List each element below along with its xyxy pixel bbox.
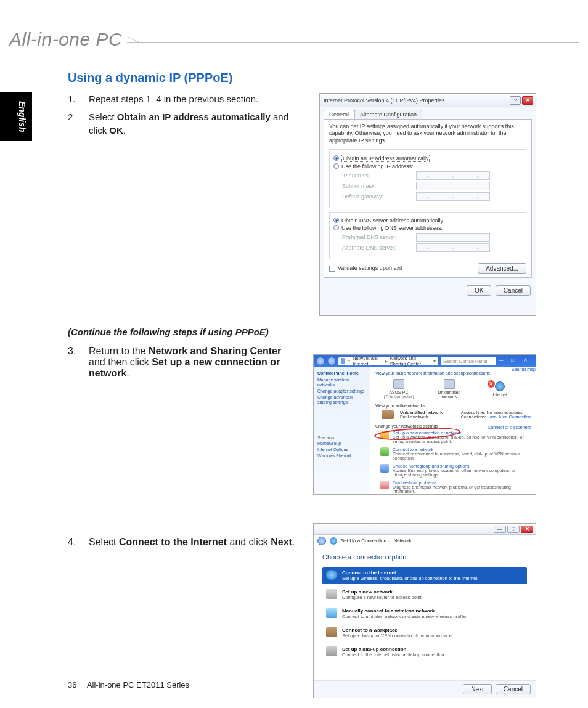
field-subnet-mask: Subnet mask:... bbox=[342, 182, 522, 190]
radio-obtain-ip-auto[interactable]: Obtain an IP address automatically bbox=[333, 155, 522, 162]
globe-icon bbox=[330, 537, 337, 545]
link-troubleshoot[interactable]: Troubleshoot problemsDiagnose and repair… bbox=[380, 481, 531, 494]
text: and click bbox=[227, 537, 271, 547]
close-icon[interactable]: ✕ bbox=[523, 357, 533, 365]
sidebar-link-homegroup[interactable]: HomeGroup bbox=[317, 441, 366, 446]
computer-icon bbox=[393, 379, 404, 389]
screenshot-ipv4-properties: Internet Protocol Version 4 (TCP/IPv4) P… bbox=[319, 93, 536, 316]
text: and then click bbox=[89, 357, 152, 367]
radio-obtain-dns-auto[interactable]: Obtain DNS server address automatically bbox=[333, 218, 522, 224]
close-icon[interactable]: ✕ bbox=[521, 526, 533, 533]
see-full-map-link[interactable]: See full map bbox=[512, 367, 536, 372]
radio-label: Use the following DNS server addresses: bbox=[341, 225, 443, 231]
maximize-icon[interactable]: □ bbox=[511, 357, 521, 365]
tab-general[interactable]: General bbox=[324, 110, 354, 119]
step-text: Repeat steps 1–4 in the previous section… bbox=[89, 92, 296, 107]
no-connection-icon: ✕ bbox=[488, 380, 495, 388]
radio-icon bbox=[333, 225, 339, 230]
connect-disconnect-link[interactable]: Connect or disconnect bbox=[488, 425, 531, 429]
sidebar-link-internet-options[interactable]: Internet Options bbox=[317, 447, 366, 452]
bold-text: Network and Sharing Center bbox=[149, 346, 281, 356]
cancel-button[interactable]: Cancel bbox=[496, 684, 531, 694]
breadcrumb[interactable]: Network and Sharing Center bbox=[390, 356, 431, 367]
dialog-titlebar: Internet Protocol Version 4 (TCP/IPv4) P… bbox=[320, 94, 536, 107]
step-4: 4. Select Connect to the Internet and cl… bbox=[68, 537, 296, 548]
bold-text: OK bbox=[109, 125, 123, 136]
link-title: Choose homegroup and sharing options bbox=[393, 464, 531, 468]
text: Select bbox=[89, 112, 117, 122]
ip-input[interactable]: ... bbox=[416, 182, 490, 190]
ip-input[interactable]: ... bbox=[416, 243, 490, 252]
briefcase-icon bbox=[326, 627, 337, 637]
link-homegroup-sharing[interactable]: Choose homegroup and sharing optionsAcce… bbox=[380, 464, 531, 477]
advanced-button[interactable]: Advanced... bbox=[478, 263, 526, 274]
ip-input[interactable]: ... bbox=[416, 192, 490, 201]
text: . bbox=[126, 368, 129, 378]
option-subtitle: Configure a new router or access point. bbox=[342, 595, 423, 600]
network-type: Public network bbox=[400, 415, 443, 419]
link-connect-to-network[interactable]: Connect to a networkConnect or reconnect… bbox=[380, 447, 531, 460]
bold-text: Next bbox=[271, 537, 292, 547]
node-unidentified: Unidentified network bbox=[432, 379, 467, 399]
radio-label: Use the following IP address: bbox=[341, 163, 413, 169]
link-subtitle: Diagnose and repair network problems, or… bbox=[393, 485, 531, 494]
radio-use-following-ip[interactable]: Use the following IP address: bbox=[333, 163, 522, 169]
address-bar[interactable]: « Network and Internet ▸ Network and Sha… bbox=[338, 357, 438, 365]
checkbox-validate-on-exit[interactable]: Validate settings upon exit bbox=[329, 265, 402, 272]
tab-alternate-config[interactable]: Alternate Configuration bbox=[354, 110, 422, 119]
option-subtitle: Connect to the Internet using a dial-up … bbox=[342, 652, 446, 657]
option-subtitle: Connect to a hidden network or create a … bbox=[342, 614, 467, 619]
node-label: ASUS-PC bbox=[382, 390, 416, 394]
explorer-header: « Network and Internet ▸ Network and Sha… bbox=[314, 355, 536, 367]
link-title: Troubleshoot problems bbox=[393, 481, 531, 485]
option-connect-to-internet[interactable]: Connect to the InternetSet up a wireless… bbox=[322, 567, 527, 584]
help-icon[interactable]: ? bbox=[510, 96, 521, 105]
product-title: All-in-one PC bbox=[9, 29, 127, 50]
option-title: Set up a dial-up connection bbox=[342, 646, 446, 652]
screenshot-network-sharing-center: « Network and Internet ▸ Network and Sha… bbox=[313, 354, 536, 495]
radio-icon bbox=[333, 163, 339, 169]
radio-label: Obtain an IP address automatically bbox=[341, 155, 430, 162]
breadcrumb[interactable]: Network and Internet bbox=[353, 356, 383, 367]
connection-link[interactable]: Local Area Connection bbox=[488, 415, 531, 419]
bold-text: Connect to the Internet bbox=[119, 537, 227, 547]
sidebar-link-manage-wireless[interactable]: Manage wireless networks bbox=[317, 378, 366, 388]
option-title: Set up a new network bbox=[342, 589, 423, 595]
link-title: Connect to a network bbox=[393, 447, 531, 452]
forward-icon[interactable] bbox=[327, 357, 336, 365]
minimize-icon[interactable]: — bbox=[494, 526, 506, 533]
network-icon bbox=[444, 379, 455, 389]
maximize-icon[interactable]: □ bbox=[507, 526, 520, 533]
option-dial-up[interactable]: Set up a dial-up connectionConnect to th… bbox=[322, 643, 527, 661]
page-footer: 36 All-in-one PC ET2011 Series bbox=[68, 680, 189, 690]
globe-icon bbox=[326, 570, 337, 580]
cancel-button[interactable]: Cancel bbox=[496, 285, 531, 296]
sidebar-link-advanced-sharing[interactable]: Change advanced sharing settings bbox=[317, 395, 366, 405]
radio-use-following-dns[interactable]: Use the following DNS server addresses: bbox=[333, 225, 522, 231]
node-label: Internet bbox=[483, 393, 517, 397]
back-icon[interactable] bbox=[316, 357, 325, 365]
ip-input[interactable]: ... bbox=[416, 233, 490, 242]
option-manual-wireless[interactable]: Manually connect to a wireless networkCo… bbox=[322, 605, 527, 622]
field-preferred-dns: Preferred DNS server:... bbox=[342, 233, 522, 242]
close-icon[interactable]: ✕ bbox=[522, 96, 533, 105]
radio-icon bbox=[333, 155, 339, 161]
ip-input[interactable]: ... bbox=[416, 171, 490, 180]
value: No Internet access bbox=[486, 410, 522, 415]
sidebar-link-windows-firewall[interactable]: Windows Firewall bbox=[317, 454, 366, 458]
step-1: 1. Repeat steps 1–4 in the previous sect… bbox=[68, 92, 296, 107]
search-input[interactable]: Search Control Panel bbox=[441, 357, 496, 365]
option-set-up-new-network[interactable]: Set up a new networkConfigure a new rout… bbox=[322, 586, 527, 603]
field-label: IP address: bbox=[342, 173, 416, 179]
footer-text: All-in-one PC ET2011 Series bbox=[87, 680, 189, 690]
wifi-icon bbox=[326, 608, 337, 618]
ok-button[interactable]: OK bbox=[467, 285, 491, 296]
next-button[interactable]: Next bbox=[463, 684, 492, 694]
option-connect-workplace[interactable]: Connect to a workplaceSet up a dial-up o… bbox=[322, 624, 527, 641]
back-icon[interactable] bbox=[317, 537, 326, 545]
minimize-icon[interactable]: — bbox=[499, 357, 508, 365]
connect-icon bbox=[380, 447, 389, 456]
control-panel-icon bbox=[341, 358, 345, 364]
active-network: Unidentified network Public network Acce… bbox=[382, 410, 531, 419]
sidebar-link-adapter-settings[interactable]: Change adapter settings bbox=[317, 389, 366, 394]
